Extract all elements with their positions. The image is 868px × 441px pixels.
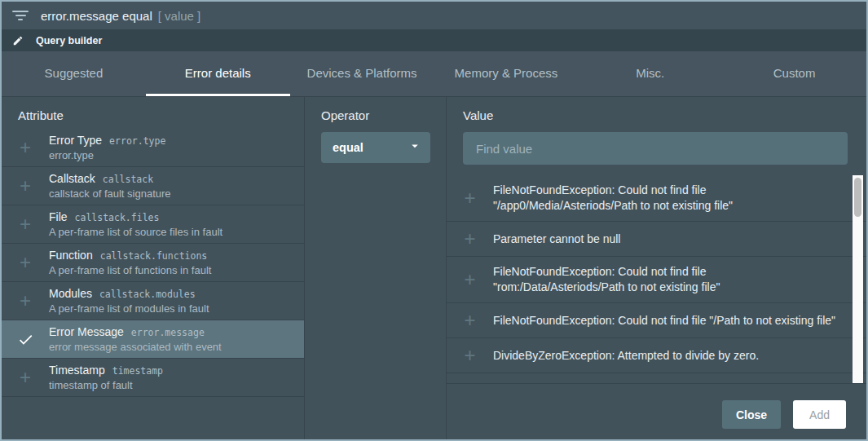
- value-row[interactable]: + FileNotFoundException: Could not find …: [447, 257, 866, 303]
- operator-panel-header: Operator: [305, 97, 446, 129]
- attribute-description: error.type: [49, 149, 165, 161]
- value-row[interactable]: + DivideByZeroException: Attempted to di…: [447, 338, 866, 373]
- plus-icon: +: [464, 381, 475, 384]
- attribute-name: Timestamp: [49, 364, 105, 377]
- attribute-description: A per-frame list of functions in fault: [49, 264, 211, 276]
- title-bar: error.message equal [ value ]: [2, 2, 866, 29]
- value-row[interactable]: + FileNotFoundException: Could not find …: [447, 303, 866, 338]
- plus-icon: +: [20, 368, 31, 387]
- attribute-description: A per-frame list of source files in faul…: [49, 226, 223, 238]
- dialog-footer: Close Add: [447, 384, 866, 439]
- plus-icon: +: [20, 253, 31, 272]
- operator-dropdown[interactable]: equal: [321, 132, 430, 163]
- tab-suggested[interactable]: Suggested: [2, 51, 146, 96]
- attribute-description: A per-frame list of modules in fault: [49, 302, 209, 315]
- value-row[interactable]: + DivideByZeroException: Attempted to di…: [447, 373, 866, 384]
- caret-down-icon: [408, 139, 422, 157]
- attribute-description: callstack of fault signature: [49, 187, 171, 200]
- attribute-description: error message associated with event: [49, 341, 222, 353]
- attribute-name: Callstack: [49, 172, 95, 185]
- value-panel: Value + FileNotFoundException: Could not…: [447, 97, 866, 439]
- edit-pencil-icon: [12, 35, 24, 46]
- value-text: DivideByZeroException: Attempted to divi…: [493, 348, 767, 364]
- attribute-code: error.type: [109, 135, 165, 147]
- attribute-code: error.message: [131, 327, 205, 338]
- tab-bar: Suggested Error details Devices & Platfo…: [2, 51, 866, 97]
- tab-error-details[interactable]: Error details: [146, 51, 290, 96]
- operator-selected-value: equal: [333, 141, 364, 154]
- attribute-name: Error Type: [49, 134, 102, 147]
- plus-icon: +: [464, 346, 475, 365]
- query-builder-label: Query builder: [36, 35, 102, 46]
- value-text: FileNotFoundException: Could not find fi…: [493, 183, 845, 214]
- attribute-row-error-type[interactable]: + Error Type error.type error.type: [2, 129, 304, 167]
- attribute-row-function[interactable]: + Function callstack.functions A per-fra…: [2, 244, 304, 282]
- value-list-scrollbar[interactable]: [853, 175, 863, 384]
- plus-icon: +: [464, 270, 475, 289]
- attribute-description: timestamp of fault: [49, 379, 163, 391]
- value-row[interactable]: + Parameter cannot be null: [447, 222, 866, 257]
- attribute-panel-header: Attribute: [2, 97, 304, 129]
- value-text: Parameter cannot be null: [493, 232, 628, 247]
- value-text: DivideByZeroException: Attempted to divi…: [493, 383, 767, 385]
- operator-panel: Operator equal: [305, 97, 447, 439]
- plus-icon: +: [20, 291, 31, 311]
- tab-misc[interactable]: Misc.: [578, 51, 722, 96]
- add-button[interactable]: Add: [793, 400, 846, 429]
- plus-icon: +: [20, 214, 31, 234]
- filter-icon: [11, 10, 29, 21]
- plus-icon: +: [20, 138, 31, 157]
- value-text: FileNotFoundException: Could not find fi…: [493, 264, 845, 295]
- attribute-row-file[interactable]: + File callstack.files A per-frame list …: [2, 205, 304, 244]
- attribute-name: Error Message: [49, 325, 124, 338]
- tab-devices-platforms[interactable]: Devices & Platforms: [290, 51, 434, 96]
- query-value-placeholder: [ value ]: [158, 9, 201, 23]
- query-builder-bar: Query builder: [2, 29, 866, 51]
- find-value-input[interactable]: [463, 132, 848, 165]
- attribute-code: callstack.files: [75, 212, 160, 223]
- value-text: FileNotFoundException: Could not find fi…: [493, 313, 844, 329]
- check-icon: [17, 331, 34, 348]
- attribute-name: Modules: [49, 287, 92, 300]
- attribute-code: timestamp: [112, 365, 163, 377]
- scrollbar-thumb[interactable]: [854, 178, 861, 217]
- query-summary-text: error.message equal: [41, 9, 152, 23]
- value-list: + FileNotFoundException: Could not find …: [447, 175, 866, 384]
- plus-icon: +: [464, 311, 475, 330]
- content-area: Attribute + Error Type error.type error.…: [2, 97, 866, 439]
- tab-custom[interactable]: Custom: [722, 51, 866, 96]
- plus-icon: +: [20, 176, 31, 196]
- close-button[interactable]: Close: [722, 400, 781, 429]
- tab-memory-process[interactable]: Memory & Process: [434, 51, 578, 96]
- value-panel-header: Value: [447, 97, 866, 129]
- attribute-row-timestamp[interactable]: + Timestamp timestamp timestamp of fault: [2, 359, 304, 397]
- attribute-code: callstack.modules: [99, 289, 196, 300]
- attribute-name: File: [49, 210, 68, 223]
- attribute-code: callstack: [103, 174, 153, 185]
- plus-icon: +: [464, 188, 475, 208]
- attribute-row-modules[interactable]: + Modules callstack.modules A per-frame …: [2, 282, 304, 320]
- attribute-panel: Attribute + Error Type error.type error.…: [2, 97, 305, 439]
- attribute-row-callstack[interactable]: + Callstack callstack callstack of fault…: [2, 167, 304, 205]
- attribute-code: callstack.functions: [100, 250, 208, 262]
- attribute-name: Function: [49, 249, 93, 262]
- query-builder-dialog: error.message equal [ value ] Query buil…: [0, 0, 868, 441]
- value-row[interactable]: + FileNotFoundException: Could not find …: [447, 175, 866, 222]
- plus-icon: +: [464, 229, 475, 249]
- attribute-row-error-message[interactable]: Error Message error.message error messag…: [2, 320, 304, 359]
